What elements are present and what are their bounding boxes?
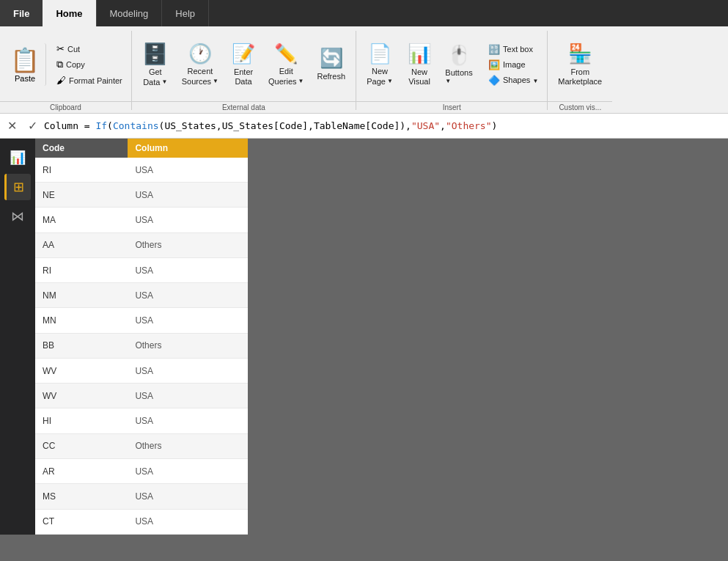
from-marketplace-button[interactable]: 🏪 From Marketplace — [552, 40, 608, 89]
buttons-button[interactable]: 🖱️ Buttons ▼ — [440, 41, 478, 88]
shapes-button[interactable]: 🔷 Shapes ▼ — [484, 73, 543, 87]
tab-modeling[interactable]: Modeling — [97, 0, 163, 26]
table-row[interactable]: MN USA — [35, 308, 248, 333]
format-painter-button[interactable]: Format Painter — [52, 73, 127, 87]
cell-column: USA — [128, 509, 248, 534]
text-box-label: Text box — [503, 45, 533, 54]
cell-code: AR — [35, 459, 128, 484]
new-page-button[interactable]: 📄 New Page ▼ — [361, 40, 399, 89]
cell-code: CC — [35, 433, 128, 458]
edit-queries-button[interactable]: ✏️ Edit Queries ▼ — [264, 40, 308, 89]
refresh-icon: 🔄 — [320, 47, 343, 70]
tab-help[interactable]: Help — [162, 0, 209, 26]
sidebar-data-view[interactable]: ⊞ — [4, 174, 31, 200]
copy-icon — [56, 59, 63, 70]
cell-column: USA — [128, 484, 248, 509]
ribbon-group-insert: 📄 New Page ▼ 📊 New Visual 🖱️ — [356, 28, 547, 113]
table-row[interactable]: MA USA — [35, 208, 248, 232]
table-row[interactable]: MS USA — [35, 484, 248, 509]
refresh-label: Refresh — [317, 72, 345, 81]
cell-column: USA — [128, 308, 248, 333]
format-painter-icon — [56, 75, 66, 86]
table-row[interactable]: RI USA — [35, 158, 248, 183]
get-data-icon: 🗄️ — [142, 42, 168, 66]
main-area: 📊 ⊞ ⋈ Code Column RI USA NE USA MA USA A… — [0, 139, 728, 535]
insert-small-group: 🔡 Text box 🖼️ Image 🔷 Shapes ▼ — [484, 43, 543, 87]
cell-code: WV — [35, 384, 128, 408]
cell-column: USA — [128, 208, 248, 232]
new-visual-button[interactable]: 📊 New Visual — [402, 40, 437, 89]
col-header-code[interactable]: Code — [35, 139, 128, 158]
cell-column: USA — [128, 358, 248, 383]
buttons-icon: 🖱️ — [447, 44, 471, 67]
cell-column: USA — [128, 183, 248, 208]
cancel-icon — [7, 119, 17, 133]
formula-col-prefix: Column = — [44, 120, 95, 131]
cell-code: MN — [35, 308, 128, 333]
cell-code: BB — [35, 333, 128, 358]
clipboard-group-label: Clipboard — [0, 101, 131, 113]
ribbon-group-clipboard: Paste Cut Copy Format Painter — [0, 28, 131, 113]
workspace-area — [248, 139, 728, 535]
recent-sources-label: Recent Sources ▼ — [182, 67, 218, 86]
paste-label: Paste — [15, 74, 35, 83]
cell-code: MA — [35, 208, 128, 232]
new-visual-label: New Visual — [408, 67, 430, 87]
cell-column: USA — [128, 257, 248, 282]
sidebar-report-view[interactable]: 📊 — [4, 144, 31, 171]
table-row[interactable]: AA Others — [35, 232, 248, 257]
text-box-icon: 🔡 — [488, 44, 500, 55]
table-row[interactable]: WV USA — [35, 384, 248, 408]
shapes-icon: 🔷 — [488, 75, 500, 86]
recent-sources-button[interactable]: 🕐 Recent Sources ▼ — [177, 40, 223, 89]
sidebar-model-view[interactable]: ⋈ — [4, 203, 31, 230]
paste-button[interactable]: Paste — [4, 43, 46, 86]
cell-code: RI — [35, 257, 128, 282]
refresh-button[interactable]: 🔄 Refresh — [311, 44, 351, 84]
enter-data-label: Enter Data — [234, 67, 253, 87]
cut-button[interactable]: Cut — [52, 42, 127, 56]
grid-icon: ⊞ — [13, 179, 24, 195]
from-marketplace-icon: 🏪 — [568, 43, 592, 65]
cell-column: USA — [128, 408, 248, 433]
format-painter-label: Format Painter — [69, 76, 122, 85]
formula-confirm-button[interactable] — [23, 117, 41, 135]
image-button[interactable]: 🖼️ Image — [484, 58, 543, 72]
tab-bar: File Home Modeling Help — [0, 0, 728, 26]
table-row[interactable]: AR USA — [35, 459, 248, 484]
data-table: Code Column RI USA NE USA MA USA AA Othe… — [35, 139, 248, 535]
buttons-label: Buttons ▼ — [445, 68, 472, 85]
table-row[interactable]: RI USA — [35, 257, 248, 282]
table-row[interactable]: NM USA — [35, 283, 248, 308]
table-row[interactable]: CC Others — [35, 433, 248, 458]
ribbon-group-custom-vis: 🏪 From Marketplace Custom vis... — [548, 28, 612, 113]
data-panel: Code Column RI USA NE USA MA USA AA Othe… — [35, 139, 248, 535]
cell-code: WV — [35, 358, 128, 383]
clipboard-small-buttons: Cut Copy Format Painter — [52, 42, 127, 87]
cell-column: Others — [128, 433, 248, 458]
table-row[interactable]: WV USA — [35, 358, 248, 383]
table-row[interactable]: BB Others — [35, 333, 248, 358]
copy-button[interactable]: Copy — [52, 57, 127, 72]
text-box-button[interactable]: 🔡 Text box — [484, 43, 543, 56]
new-page-label: New Page ▼ — [367, 67, 393, 86]
cell-code: NM — [35, 283, 128, 308]
tab-file[interactable]: File — [0, 0, 43, 26]
enter-data-icon: 📝 — [232, 43, 255, 65]
formula-if: If — [95, 120, 107, 131]
get-data-button[interactable]: 🗄️ Get Data ▼ — [136, 39, 174, 89]
formula-cancel-button[interactable] — [3, 117, 21, 135]
table-row[interactable]: NE USA — [35, 183, 248, 208]
cell-column: USA — [128, 384, 248, 408]
table-row[interactable]: HI USA — [35, 408, 248, 433]
enter-data-button[interactable]: 📝 Enter Data — [226, 40, 261, 89]
col-header-column[interactable]: Column — [128, 139, 248, 158]
formula-display[interactable]: Column = If(Contains(US_States,US_States… — [44, 120, 497, 131]
cell-column: Others — [128, 333, 248, 358]
recent-sources-icon: 🕐 — [188, 43, 212, 65]
custom-vis-group-label: Custom vis... — [548, 101, 612, 113]
confirm-icon — [28, 119, 37, 133]
table-row[interactable]: CT USA — [35, 509, 248, 534]
edit-queries-label: Edit Queries ▼ — [268, 67, 304, 86]
tab-home[interactable]: Home — [43, 0, 96, 26]
